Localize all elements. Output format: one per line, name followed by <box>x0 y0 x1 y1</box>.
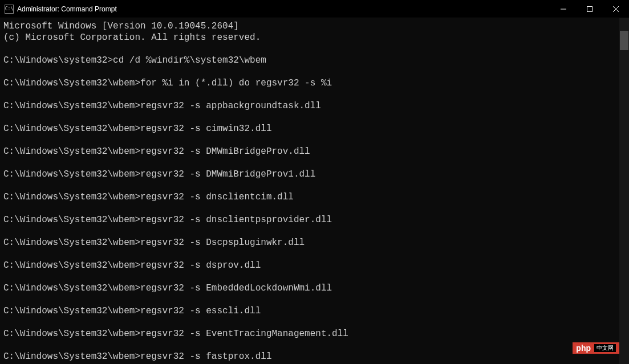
titlebar-left: C:\ Administrator: Command Prompt <box>0 5 117 14</box>
window-title: Administrator: Command Prompt <box>17 5 117 13</box>
minimize-button[interactable] <box>550 0 577 18</box>
close-icon <box>613 6 619 12</box>
vertical-scrollbar[interactable] <box>619 18 629 364</box>
svg-rect-1 <box>587 6 593 11</box>
window-controls <box>550 0 629 18</box>
scrollbar-thumb[interactable] <box>620 31 628 50</box>
maximize-icon <box>587 6 593 12</box>
watermark-suffix: 中文网 <box>594 344 616 352</box>
maximize-button[interactable] <box>577 0 603 18</box>
cmd-icon: C:\ <box>5 5 14 14</box>
terminal-output[interactable]: Microsoft Windows [Version 10.0.19045.26… <box>0 18 629 364</box>
watermark-badge: php中文网 <box>573 342 619 354</box>
window-titlebar: C:\ Administrator: Command Prompt <box>0 0 629 18</box>
close-button[interactable] <box>603 0 629 18</box>
minimize-icon <box>561 6 566 12</box>
watermark-text: php <box>576 343 591 353</box>
terminal-area: Microsoft Windows [Version 10.0.19045.26… <box>0 18 629 364</box>
